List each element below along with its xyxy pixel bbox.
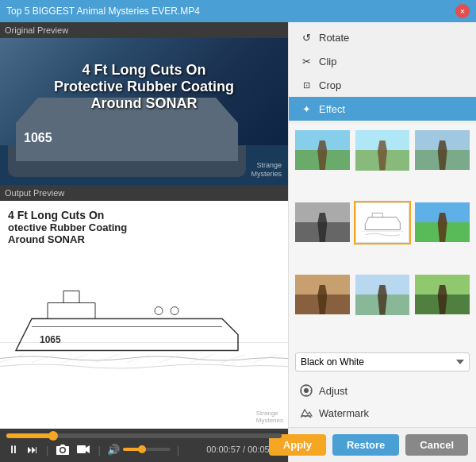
- adjust-item[interactable]: Adjust: [295, 379, 470, 402]
- adjust-label: Adjust: [319, 385, 347, 397]
- progress-bar[interactable]: [6, 433, 282, 438]
- effect-select[interactable]: Black on White Sepia Normal Warm Cool Sk…: [295, 352, 470, 372]
- effect-thumb-sketch[interactable]: [354, 201, 412, 244]
- crop-icon: ⊡: [300, 79, 313, 91]
- effect-thumb-normal[interactable]: [294, 129, 351, 171]
- volume-icon: 🔊: [107, 444, 120, 456]
- tool-effect[interactable]: ✦ Effect: [289, 97, 476, 121]
- rotate-label: Rotate: [319, 32, 349, 44]
- crop-label: Crop: [319, 79, 341, 91]
- output-preview-label: Output Preview: [0, 185, 288, 201]
- next-frame-button[interactable]: ⏭: [25, 441, 40, 457]
- adjust-watermark-section: Adjust Watermark: [289, 376, 476, 427]
- ship-number: 1065: [24, 131, 52, 145]
- window-title: Top 5 BIGGEST Animal Mysteries EVER.MP4: [6, 6, 200, 17]
- effect-thumb-cool2[interactable]: [354, 273, 412, 317]
- video-icon: [77, 444, 90, 455]
- effect-thumb-vivid[interactable]: [413, 201, 471, 244]
- rotate-icon: ↺: [300, 31, 313, 44]
- separator-2: |: [98, 444, 100, 456]
- left-panel: Original Preview 1065 4 Ft Long Cuts On …: [0, 22, 288, 462]
- bottom-buttons: Apply Restore Cancel: [289, 427, 476, 462]
- output-preview: 1065 4 Ft Long Cuts On otective Rubber C…: [0, 201, 288, 429]
- watermark-item[interactable]: Watermark: [295, 402, 470, 424]
- progress-fill: [6, 433, 53, 438]
- effect-thumb-green[interactable]: [413, 273, 471, 316]
- screenshot-button[interactable]: [55, 442, 71, 456]
- watermark-icon: [300, 406, 313, 419]
- main-content: Original Preview 1065 4 Ft Long Cuts On …: [0, 22, 476, 462]
- video-watermark: StrangeMysteries: [251, 161, 282, 179]
- svg-text:1065: 1065: [40, 334, 61, 345]
- sketch-title-text: 4 Ft Long Cuts On otective Rubber Coatin…: [8, 209, 253, 245]
- play-pause-button[interactable]: ⏸: [6, 441, 21, 457]
- right-panel: ↺ Rotate ✂ Clip ⊡ Crop ✦ Effect: [288, 22, 476, 462]
- restore-button[interactable]: Restore: [332, 434, 399, 456]
- sketch-frame: 1065 4 Ft Long Cuts On otective Rubber C…: [0, 201, 288, 429]
- original-preview: 1065 4 Ft Long Cuts On Protective Rubber…: [0, 38, 288, 185]
- clip-icon: ✂: [300, 55, 313, 67]
- tool-crop[interactable]: ⊡ Crop: [289, 73, 476, 97]
- clip-label: Clip: [319, 56, 336, 67]
- effect-grid: [289, 124, 476, 348]
- original-preview-label: Original Preview: [0, 22, 288, 38]
- volume-slider[interactable]: [123, 448, 171, 451]
- controls-bar: ⏸ ⏭ | | 🔊 | 00:00:57 / 00: [0, 429, 288, 462]
- progress-thumb: [48, 431, 58, 441]
- output-watermark: StrangeMysteries: [256, 410, 283, 424]
- cancel-button[interactable]: Cancel: [405, 434, 468, 456]
- effect-thumb-bw[interactable]: [294, 201, 351, 244]
- close-button[interactable]: ×: [455, 4, 470, 18]
- svg-point-10: [304, 388, 309, 393]
- separator-1: |: [46, 444, 48, 456]
- tool-rotate[interactable]: ↺ Rotate: [289, 25, 476, 49]
- separator-3: |: [177, 444, 179, 456]
- volume-control: 🔊: [107, 444, 171, 456]
- video-title-text: 4 Ft Long Cuts On Protective Rubber Coat…: [14, 62, 274, 112]
- effect-label: Effect: [319, 103, 345, 115]
- clip-save-button[interactable]: [75, 442, 91, 456]
- title-bar: Top 5 BIGGEST Animal Mysteries EVER.MP4 …: [0, 0, 476, 22]
- original-video-frame: 1065 4 Ft Long Cuts On Protective Rubber…: [0, 38, 288, 185]
- effect-thumb-cool[interactable]: [413, 129, 471, 171]
- tool-clip[interactable]: ✂ Clip: [289, 49, 476, 73]
- camera-icon: [56, 444, 69, 455]
- effect-dropdown-area: Black on White Sepia Normal Warm Cool Sk…: [289, 348, 476, 376]
- volume-thumb: [138, 445, 146, 453]
- playback-controls: ⏸ ⏭ | | 🔊 | 00:00:57 / 00: [6, 441, 282, 457]
- svg-rect-7: [77, 445, 86, 453]
- effect-thumb-sepia[interactable]: [294, 273, 351, 316]
- watermark-label: Watermark: [319, 407, 369, 419]
- adjust-icon: [300, 384, 313, 397]
- effect-thumb-warm[interactable]: [354, 129, 412, 172]
- tool-menu: ↺ Rotate ✂ Clip ⊡ Crop ✦ Effect: [289, 22, 476, 124]
- effect-icon: ✦: [300, 102, 313, 115]
